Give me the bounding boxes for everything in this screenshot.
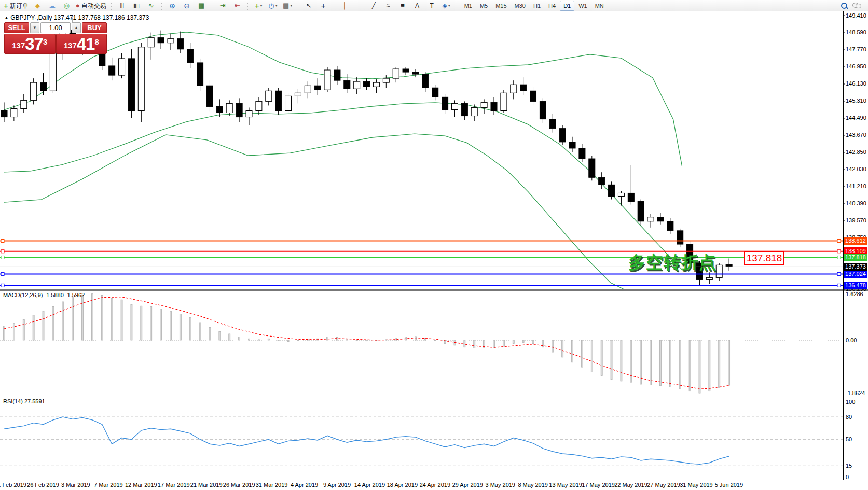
sell-button[interactable]: SELL: [4, 22, 29, 33]
line-chart-mode-button[interactable]: ∿: [144, 0, 158, 11]
signals-button[interactable]: ◎: [60, 0, 74, 11]
timeframe-h4-button[interactable]: H4: [545, 1, 559, 11]
volume-up-button[interactable]: ▲: [72, 22, 81, 33]
sell-price-figure: 137: [12, 39, 25, 52]
auto-scroll-button[interactable]: ⇥: [216, 0, 230, 11]
search-icon[interactable]: [841, 3, 847, 9]
buy-price-pip: 8: [94, 32, 99, 52]
cursor-button[interactable]: ↖: [302, 0, 316, 11]
toolbar-separator: [111, 2, 113, 10]
date-axis-label: 26 Feb 2019: [27, 482, 59, 488]
macd-histogram-bar: [356, 340, 357, 341]
timeframe-w1-button[interactable]: W1: [575, 1, 591, 11]
cloud-icon: ☁: [48, 2, 56, 9]
timeframe-h1-button[interactable]: H1: [530, 1, 544, 11]
candle-body: [295, 93, 301, 96]
level-handle[interactable]: [1, 256, 4, 259]
publish-button[interactable]: ☁: [45, 0, 59, 11]
level-handle[interactable]: [1, 240, 4, 243]
buy-price-button[interactable]: 137418: [56, 34, 107, 54]
dropdown-arrow-icon[interactable]: ▾: [260, 4, 263, 8]
annotation-text[interactable]: 多空转折点: [628, 251, 717, 274]
macd-histogram-bar: [249, 339, 250, 340]
price-tick-label: 146.130: [846, 80, 866, 87]
crosshair-button[interactable]: +: [316, 0, 330, 11]
macd-histogram-bar: [640, 340, 642, 384]
macd-histogram-bar: [229, 334, 230, 340]
label-tool-button[interactable]: T: [425, 0, 439, 11]
autoscroll-icon: ⇥: [220, 2, 226, 9]
candle-body: [31, 82, 37, 100]
text-tool-button[interactable]: A: [410, 0, 424, 11]
new-order-button[interactable]: +新订单: [2, 0, 30, 11]
timeframe-m1-button[interactable]: M1: [461, 1, 476, 11]
sell-price-button[interactable]: 137373: [4, 34, 56, 54]
zoom-out-button[interactable]: ⊖: [180, 0, 194, 11]
dropdown-arrow-icon[interactable]: ▾: [290, 4, 292, 8]
timeframe-m30-button[interactable]: M30: [511, 1, 529, 11]
timeframe-m5-button[interactable]: M5: [476, 1, 491, 11]
level-handle[interactable]: [1, 272, 4, 275]
level-handle[interactable]: [837, 272, 841, 275]
chart-shift-button[interactable]: ⇤: [230, 0, 244, 11]
candle-body: [344, 80, 350, 89]
level-handle[interactable]: [1, 284, 4, 287]
templates-button[interactable]: ▤▾: [281, 0, 295, 11]
periods-button[interactable]: ◷▾: [266, 0, 280, 11]
horizontal-line-tool-button[interactable]: ─: [352, 0, 366, 11]
macd-histogram-bar: [659, 340, 661, 386]
symbol-collapse-icon[interactable]: ▲: [4, 15, 9, 20]
tiles-icon: ▦: [198, 2, 204, 9]
candle-body: [451, 103, 458, 109]
price-callout[interactable]: 137.818: [744, 251, 784, 265]
macd-histogram-bar: [189, 317, 191, 340]
indicators-button[interactable]: +▾: [252, 0, 266, 11]
chat-icon[interactable]: [852, 3, 861, 8]
macd-histogram-bar: [23, 320, 24, 340]
level-handle[interactable]: [1, 250, 4, 253]
macd-histogram-bar: [180, 314, 181, 340]
level-handle[interactable]: [837, 256, 841, 259]
macd-histogram-bar: [62, 302, 64, 340]
timeframe-m15-button[interactable]: M15: [492, 1, 510, 11]
level-handle[interactable]: [837, 284, 841, 287]
macd-histogram-bar: [572, 340, 573, 362]
level-handle[interactable]: [837, 250, 841, 253]
macd-histogram-bar: [239, 337, 240, 340]
level-price-badge: 138.612: [844, 237, 867, 245]
timeframe-mn-button[interactable]: MN: [591, 1, 608, 11]
tile-windows-button[interactable]: ▦: [195, 0, 209, 11]
zoom-in-button[interactable]: ⊕: [166, 0, 180, 11]
level-handle[interactable]: [837, 240, 841, 243]
date-axis-label: 8 May 2019: [518, 482, 547, 488]
candle-body: [403, 69, 409, 72]
fibonacci-tool-button[interactable]: ≡: [396, 0, 410, 11]
toolbar-separator: [333, 2, 335, 10]
auto-trading-button[interactable]: ●自动交易: [74, 0, 108, 11]
candle-body: [128, 59, 134, 111]
vertical-line-tool-button[interactable]: │: [338, 0, 352, 11]
price-tick-label: 140.390: [846, 200, 866, 206]
volume-down-button[interactable]: ▼: [30, 22, 39, 33]
buy-price-big: 41: [77, 35, 95, 52]
timeframe-d1-button[interactable]: D1: [560, 1, 574, 11]
macd-histogram-bar: [621, 340, 622, 381]
elliott-tool-button[interactable]: ≈: [381, 0, 395, 11]
shapes-tool-button[interactable]: ◈▾: [439, 0, 453, 11]
dropdown-arrow-icon[interactable]: ▾: [448, 4, 450, 8]
candle-chart-mode-button[interactable]: ▮▯: [130, 0, 144, 11]
candle-body: [148, 38, 154, 47]
candle-body: [569, 142, 575, 148]
ohlc-open: 137.471: [54, 14, 76, 21]
macd-label: MACD(12,26,9) -1.5880 -1.5962: [3, 292, 85, 298]
date-axis-label: 5 Jun 2019: [715, 482, 743, 488]
trendline-tool-button[interactable]: ╱: [367, 0, 381, 11]
level-price-badge: 137.818: [844, 254, 867, 261]
dropdown-arrow-icon[interactable]: ▾: [275, 4, 278, 8]
bar-chart-mode-button[interactable]: |||: [115, 0, 129, 11]
symbols-button[interactable]: ◆: [31, 0, 45, 11]
macd-histogram-bar: [219, 332, 221, 340]
price-tick-label: 145.310: [846, 97, 866, 104]
macd-histogram-bar: [82, 295, 84, 340]
rsi-tick-label: 15: [846, 463, 852, 469]
